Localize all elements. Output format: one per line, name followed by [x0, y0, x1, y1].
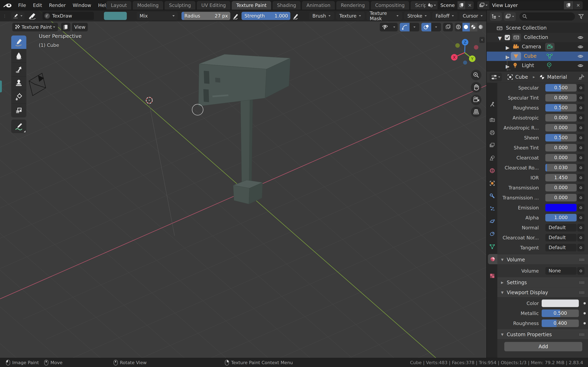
menu-window[interactable]: Window — [69, 1, 95, 9]
xray-toggle[interactable] — [443, 23, 453, 31]
tool-annotate[interactable] — [11, 119, 26, 133]
hide-eye-icon[interactable] — [577, 45, 584, 49]
pan-button[interactable] — [471, 82, 481, 92]
decorator-dot[interactable] — [584, 322, 586, 324]
axis-neg-y[interactable] — [455, 43, 460, 48]
remove-view-layer-button[interactable]: ✕ — [574, 1, 583, 9]
display-mode-dropdown[interactable] — [490, 12, 502, 21]
popover-texture-mask[interactable]: Texture Mask — [366, 12, 402, 20]
tool-soften[interactable] — [11, 49, 26, 63]
hide-eye-icon[interactable] — [577, 35, 584, 40]
workspace-tab-shading[interactable]: Shading — [273, 1, 301, 9]
property-slider[interactable]: 0.000 — [545, 94, 577, 101]
keyframe-button[interactable] — [577, 234, 585, 242]
keyframe-button[interactable] — [577, 194, 585, 201]
sidebar-collapse-arrow[interactable]: ‹ — [479, 37, 485, 43]
property-dropdown[interactable]: Default — [545, 234, 577, 242]
radius-pressure-toggle[interactable] — [231, 12, 240, 20]
panel-volume[interactable]: ▼Volume — [497, 255, 588, 265]
keyframe-button[interactable] — [577, 144, 585, 151]
property-slider[interactable]: 0.000 — [545, 114, 577, 122]
radius-slider[interactable]: Radius27 px — [182, 12, 230, 20]
object-visibility-dropdown[interactable] — [380, 23, 398, 31]
breadcrumb-object[interactable]: Cube — [515, 74, 528, 80]
tool-mask[interactable] — [11, 104, 26, 117]
property-slider[interactable]: 0.000 — [545, 184, 577, 192]
hide-eye-icon[interactable] — [577, 54, 584, 58]
property-slider[interactable]: 0.000 — [545, 194, 577, 201]
properties-tab-tool[interactable] — [488, 99, 497, 109]
property-slider[interactable]: 1.450 — [545, 174, 577, 182]
panel-viewport-display[interactable]: ▼Viewport Display — [497, 287, 588, 298]
3d-viewport[interactable]: Z X Y ⋮ TexDraw Mix Radius27 px — [0, 10, 486, 358]
camera-object[interactable] — [29, 73, 46, 96]
expand-triangle[interactable]: ▼ — [498, 35, 502, 41]
breadcrumb-data[interactable]: Material — [547, 74, 567, 80]
property-dropdown[interactable]: None — [545, 267, 577, 275]
menu-render[interactable]: Render — [45, 1, 69, 9]
menu-edit[interactable]: Edit — [30, 1, 46, 9]
property-color-swatch[interactable] — [542, 300, 579, 307]
workspace-tab-layout[interactable]: Layout — [106, 1, 131, 9]
workspace-tab-compositing[interactable]: Compositing — [371, 1, 409, 9]
keyframe-button[interactable] — [577, 204, 585, 211]
keyframe-button[interactable] — [577, 224, 585, 231]
active-tool-dropdown[interactable] — [11, 12, 25, 20]
keyframe-button[interactable] — [577, 114, 585, 122]
strength-slider[interactable]: Strength1.000 — [242, 12, 290, 20]
gizmos-toggle[interactable] — [400, 23, 419, 31]
decorator-dot[interactable] — [584, 312, 586, 314]
filter-type-dropdown[interactable] — [504, 12, 516, 21]
tool-fill[interactable] — [11, 90, 26, 104]
properties-tab-world[interactable] — [488, 166, 497, 176]
hidden-panel-tab[interactable] — [0, 81, 2, 92]
keyframe-button[interactable] — [577, 267, 585, 275]
property-slider[interactable]: 1.000 — [545, 214, 577, 221]
collection-checkbox[interactable] — [505, 35, 510, 40]
keyframe-button[interactable] — [577, 94, 585, 101]
expand-triangle[interactable]: ▶ — [506, 45, 509, 50]
workspace-tab-modeling[interactable]: Modeling — [133, 1, 163, 9]
keyframe-button[interactable] — [577, 174, 585, 182]
expand-triangle[interactable]: ▶ — [506, 54, 509, 60]
outliner-row-scene-collection[interactable]: Scene Collection — [487, 24, 588, 33]
menu-file[interactable]: File — [15, 1, 30, 9]
property-slider[interactable]: 0.500 — [545, 134, 577, 142]
scene-icon[interactable] — [426, 1, 438, 9]
overlays-toggle-icon[interactable] — [421, 23, 431, 31]
new-scene-button[interactable] — [458, 1, 466, 9]
panel-custom-properties[interactable]: ▼Custom Properties — [497, 329, 588, 340]
properties-tab-physics[interactable] — [488, 216, 497, 226]
keyframe-button[interactable] — [577, 104, 585, 111]
image-datablock-button[interactable] — [61, 23, 70, 31]
keyframe-button[interactable] — [577, 154, 585, 161]
brush-selector[interactable]: TexDraw — [43, 12, 94, 20]
property-slider[interactable]: 0.500 — [545, 84, 577, 92]
axis-neg-x[interactable] — [474, 45, 478, 50]
tool-draw[interactable] — [11, 35, 26, 49]
properties-tab-material[interactable] — [488, 254, 497, 264]
tool-clone[interactable] — [11, 76, 26, 90]
unlink-scene-button[interactable]: ✕ — [466, 1, 474, 9]
properties-tab-render[interactable] — [488, 115, 497, 125]
properties-tab-modifiers[interactable] — [488, 191, 497, 201]
orthographic-toggle-button[interactable] — [471, 107, 481, 117]
view-layer-icon[interactable] — [477, 1, 489, 9]
keyframe-button[interactable] — [577, 184, 585, 192]
hide-eye-icon[interactable] — [577, 63, 584, 68]
properties-tab-object[interactable] — [488, 178, 497, 188]
view-layer-name-field[interactable]: View Layer — [489, 1, 564, 9]
outliner-row-collection[interactable]: ▼Collection — [487, 33, 588, 42]
add-custom-property-button[interactable]: Add — [504, 342, 582, 351]
property-slider[interactable]: 0.500 — [542, 309, 579, 317]
properties-tab-output[interactable] — [488, 128, 497, 138]
properties-tab-constraints[interactable] — [488, 229, 497, 239]
tool-smear[interactable] — [11, 63, 26, 76]
shading-wireframe-button[interactable] — [455, 23, 462, 31]
keyframe-button[interactable] — [577, 214, 585, 221]
property-slider[interactable]: 0.500 — [545, 104, 577, 111]
keyframe-button[interactable] — [577, 84, 585, 92]
properties-tab-scene[interactable] — [488, 153, 497, 163]
outliner-search-input[interactable] — [519, 12, 575, 21]
new-view-layer-button[interactable] — [564, 1, 573, 9]
